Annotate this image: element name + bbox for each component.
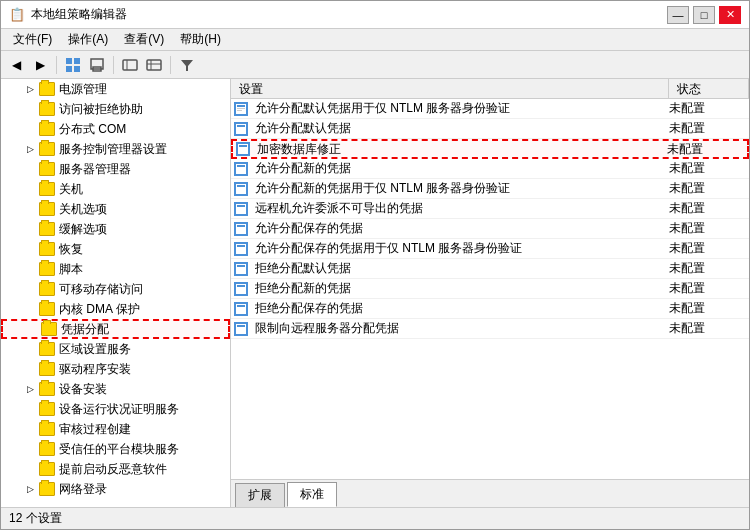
expand-arrow: ▷ <box>23 382 37 396</box>
setting-row[interactable]: 限制向远程服务器分配凭据 未配置 <box>231 319 749 339</box>
setting-name: 允许分配新的凭据用于仅 NTLM 服务器身份验证 <box>251 180 669 197</box>
tree-label: 恢复 <box>59 241 83 258</box>
setting-name: 拒绝分配默认凭据 <box>251 260 669 277</box>
setting-row[interactable]: 拒绝分配默认凭据 未配置 <box>231 259 749 279</box>
tree-label: 服务器管理器 <box>59 161 131 178</box>
tree-item-machine-options[interactable]: 关机选项 <box>1 199 230 219</box>
setting-icon <box>233 139 253 159</box>
tree-label: 可移动存储访问 <box>59 281 143 298</box>
tree-item-access-denied[interactable]: 访问被拒绝协助 <box>1 99 230 119</box>
tool-btn-3[interactable] <box>119 54 141 76</box>
tree-item-dma[interactable]: 内核 DMA 保护 <box>1 299 230 319</box>
left-panel: ▷ 电源管理 访问被拒绝协助 分布式 COM ▷ 服务控制管 <box>1 79 231 507</box>
tool-btn-2[interactable] <box>86 54 108 76</box>
tree-item-audit[interactable]: 审核过程创建 <box>1 419 230 439</box>
tab-standard[interactable]: 标准 <box>287 482 337 507</box>
setting-row[interactable]: 允许分配默认凭据用于仅 NTLM 服务器身份验证 未配置 <box>231 99 749 119</box>
minimize-button[interactable]: — <box>667 6 689 24</box>
menu-file[interactable]: 文件(F) <box>5 29 60 50</box>
tree-item-power[interactable]: ▷ 电源管理 <box>1 79 230 99</box>
svg-rect-25 <box>237 165 245 167</box>
tree-label: 电源管理 <box>59 81 107 98</box>
tree-item-regional[interactable]: 区域设置服务 <box>1 339 230 359</box>
tree-item-network-logon[interactable]: ▷ 网络登录 <box>1 479 230 499</box>
tree-item-scripts[interactable]: 脚本 <box>1 259 230 279</box>
expand-arrow <box>23 262 37 276</box>
title-icon: 📋 <box>9 7 25 22</box>
svg-rect-49 <box>237 325 245 327</box>
maximize-button[interactable]: □ <box>693 6 715 24</box>
forward-button[interactable]: ▶ <box>29 54 51 76</box>
setting-status: 未配置 <box>669 300 749 317</box>
expand-arrow <box>23 122 37 136</box>
svg-rect-31 <box>237 205 245 207</box>
setting-row[interactable]: 允许分配默认凭据 未配置 <box>231 119 749 139</box>
expand-arrow <box>23 422 37 436</box>
setting-name: 允许分配默认凭据 <box>251 120 669 137</box>
expand-arrow <box>23 442 37 456</box>
settings-header: 设置 状态 <box>231 79 749 99</box>
svg-rect-6 <box>123 60 137 70</box>
setting-row[interactable]: 拒绝分配保存的凭据 未配置 <box>231 299 749 319</box>
setting-icon <box>231 259 251 279</box>
expand-arrow <box>23 182 37 196</box>
tree-item-shutdown[interactable]: 关机 <box>1 179 230 199</box>
setting-row[interactable]: 远程机允许委派不可导出的凭据 未配置 <box>231 199 749 219</box>
tree-item-recovery[interactable]: 恢复 <box>1 239 230 259</box>
setting-row[interactable]: 允许分配新的凭据 未配置 <box>231 159 749 179</box>
right-panel: 设置 状态 允许分配默认凭据用于仅 NTLM 服务器身份验证 未配置 <box>231 79 749 507</box>
tree-item-removable[interactable]: 可移动存储访问 <box>1 279 230 299</box>
tool-btn-1[interactable] <box>62 54 84 76</box>
back-button[interactable]: ◀ <box>5 54 27 76</box>
title-bar-left: 📋 本地组策略编辑器 <box>9 6 127 23</box>
menu-view[interactable]: 查看(V) <box>116 29 172 50</box>
menu-help[interactable]: 帮助(H) <box>172 29 229 50</box>
setting-status: 未配置 <box>669 160 749 177</box>
tree-label: 内核 DMA 保护 <box>59 301 140 318</box>
expand-arrow <box>23 362 37 376</box>
bottom-tabs: 扩展 标准 <box>231 479 749 507</box>
setting-row[interactable]: 允许分配保存的凭据 未配置 <box>231 219 749 239</box>
setting-status: 未配置 <box>669 120 749 137</box>
setting-row-highlighted[interactable]: 加密数据库修正 未配置 <box>231 139 749 159</box>
tree-item-dcom[interactable]: 分布式 COM <box>1 119 230 139</box>
folder-icon <box>39 482 55 496</box>
setting-row[interactable]: 允许分配保存的凭据用于仅 NTLM 服务器身份验证 未配置 <box>231 239 749 259</box>
folder-icon <box>39 182 55 196</box>
svg-rect-1 <box>74 58 80 64</box>
tree-item-device-state[interactable]: 设备运行状况证明服务 <box>1 399 230 419</box>
settings-list[interactable]: 允许分配默认凭据用于仅 NTLM 服务器身份验证 未配置 允许分配默认凭据 未配… <box>231 99 749 479</box>
tree-item-mitigation[interactable]: 缓解选项 <box>1 219 230 239</box>
expand-arrow <box>23 202 37 216</box>
tree-label: 分布式 COM <box>59 121 126 138</box>
tool-btn-4[interactable] <box>143 54 165 76</box>
tree-item-service-manager[interactable]: ▷ 服务控制管理器设置 <box>1 139 230 159</box>
window-title: 本地组策略编辑器 <box>31 6 127 23</box>
setting-row[interactable]: 拒绝分配新的凭据 未配置 <box>231 279 749 299</box>
tree-label: 网络登录 <box>59 481 107 498</box>
folder-icon <box>39 382 55 396</box>
tree-label: 凭据分配 <box>61 321 109 338</box>
setting-icon <box>231 299 251 319</box>
setting-row[interactable]: 允许分配新的凭据用于仅 NTLM 服务器身份验证 未配置 <box>231 179 749 199</box>
tree-item-credential[interactable]: 凭据分配 <box>1 319 230 339</box>
tree-item-trusted-platform[interactable]: 受信任的平台模块服务 <box>1 439 230 459</box>
tree-label: 设备安装 <box>59 381 107 398</box>
close-button[interactable]: ✕ <box>719 6 741 24</box>
tree-label: 区域设置服务 <box>59 341 131 358</box>
expand-arrow <box>23 162 37 176</box>
expand-arrow: ▷ <box>23 142 37 156</box>
tree-label: 缓解选项 <box>59 221 107 238</box>
tree-item-server-manager[interactable]: 服务器管理器 <box>1 159 230 179</box>
tree-label: 受信任的平台模块服务 <box>59 441 179 458</box>
tree-scroll[interactable]: ▷ 电源管理 访问被拒绝协助 分布式 COM ▷ 服务控制管 <box>1 79 230 507</box>
setting-status: 未配置 <box>669 100 749 117</box>
filter-button[interactable] <box>176 54 198 76</box>
setting-icon <box>231 119 251 139</box>
menu-action[interactable]: 操作(A) <box>60 29 116 50</box>
tab-expand[interactable]: 扩展 <box>235 483 285 507</box>
folder-icon <box>39 162 55 176</box>
tree-item-early-launch[interactable]: 提前启动反恶意软件 <box>1 459 230 479</box>
tree-item-device-install[interactable]: ▷ 设备安装 <box>1 379 230 399</box>
tree-item-driver[interactable]: 驱动程序安装 <box>1 359 230 379</box>
